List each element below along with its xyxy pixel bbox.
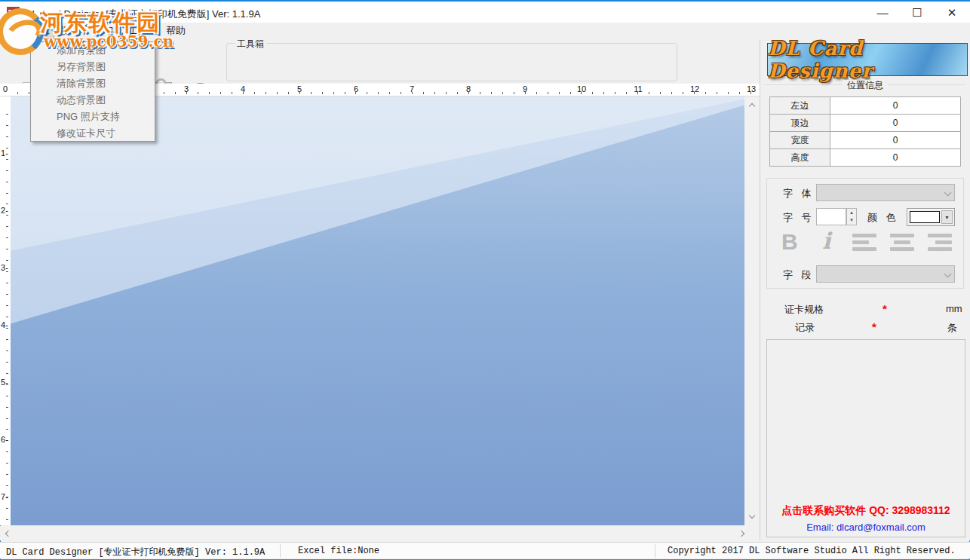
height-label: 高度 xyxy=(770,149,830,167)
vertical-ruler: 1 2 3 4 5 6 7 xyxy=(0,96,11,525)
ruler-number: 3 xyxy=(1,263,8,272)
ruler-number: 6 xyxy=(1,435,8,444)
ruler-number: 4 xyxy=(1,320,8,329)
app-logo-banner: DL Card Designer xyxy=(767,43,968,76)
table-row: 宽度 0 xyxy=(770,132,961,149)
contact-box: 点击联系购买软件 QQ: 3298983112 Email: dlcard@fo… xyxy=(766,339,965,537)
menu-item-modify-card-size[interactable]: 修改证卡尺寸 xyxy=(31,125,155,142)
table-row: 左边 0 xyxy=(770,97,961,115)
ruler-number: 5 xyxy=(1,378,8,387)
color-dropdown-button[interactable]: ▼ xyxy=(941,210,953,224)
card-spec-unit: mm xyxy=(946,303,962,314)
italic-button[interactable]: i xyxy=(822,228,830,254)
edit-menu-popup: 添加背景图 另存背景图 清除背景图 动态背景图 PNG 照片支持 修改证卡尺寸 xyxy=(30,41,155,142)
window-title: DL Card Designer [专业证卡打印机免费版] Ver: 1.1.9… xyxy=(25,8,260,21)
menu-item-save-background[interactable]: 另存背景图 xyxy=(31,59,155,75)
maximize-button[interactable]: ☐ xyxy=(900,2,935,24)
left-label: 左边 xyxy=(770,97,830,115)
card-spec-required: * xyxy=(883,302,887,315)
height-value: 0 xyxy=(830,149,961,167)
record-required: * xyxy=(872,320,876,333)
close-button[interactable]: ✕ xyxy=(935,2,969,24)
ruler-number: 4 xyxy=(241,84,245,93)
email-link[interactable]: Email: dlcard@foxmail.com xyxy=(767,522,965,533)
menu-database[interactable]: 数据库 xyxy=(54,23,93,39)
status-excel-file: Excel file:None xyxy=(298,546,379,556)
ruler-number: 12 xyxy=(690,84,699,93)
status-bar: DL Card Designer [专业证卡打印机免费版] Ver: 1.1.9… xyxy=(0,542,970,558)
top-value: 0 xyxy=(830,115,961,132)
ruler-number: 9 xyxy=(523,84,527,93)
menu-item-clear-background[interactable]: 清除背景图 xyxy=(31,75,155,92)
record-label: 记录 xyxy=(795,321,815,335)
title-bar: DL DL Card Designer [专业证卡打印机免费版] Ver: 1.… xyxy=(0,0,970,23)
chevron-down-icon xyxy=(944,189,952,197)
ruler-number: 2 xyxy=(1,206,8,215)
vertical-scrollbar[interactable] xyxy=(744,96,760,525)
font-family-label: 字 体 xyxy=(783,187,815,200)
width-value: 0 xyxy=(830,132,961,149)
ruler-number: 1 xyxy=(1,148,8,158)
position-table: 左边 0 顶边 0 宽度 0 高度 0 xyxy=(769,96,961,167)
buy-contact-link[interactable]: 点击联系购买软件 QQ: 3298983112 xyxy=(767,504,965,518)
scroll-right-arrow[interactable] xyxy=(739,530,747,537)
app-icon: DL xyxy=(7,7,20,20)
align-text-right-button[interactable] xyxy=(928,234,953,253)
ruler-number: 7 xyxy=(1,492,8,501)
properties-panel: DL Card Designer 位置信息 左边 0 顶边 0 宽度 0 高度 … xyxy=(760,39,970,540)
toolbox-group: 工具箱 xyxy=(226,43,677,81)
scroll-left-arrow[interactable] xyxy=(3,530,11,537)
ruler-number: 8 xyxy=(466,84,471,93)
scroll-down-arrow[interactable] xyxy=(748,513,756,521)
field-label: 字 段 xyxy=(783,268,815,282)
menu-item-dynamic-background[interactable]: 动态背景图 xyxy=(31,92,155,109)
ruler-number: 13 xyxy=(747,84,756,93)
table-row: 顶边 0 xyxy=(770,115,961,132)
font-size-stepper[interactable]: ▲▼ xyxy=(846,208,857,225)
menu-item-png-support[interactable]: PNG 照片支持 xyxy=(31,109,155,125)
align-text-left-button[interactable] xyxy=(852,234,878,253)
minimize-button[interactable]: — xyxy=(865,2,900,24)
app-window: DL DL Card Designer [专业证卡打印机免费版] Ver: 1.… xyxy=(0,0,970,560)
field-select[interactable] xyxy=(816,265,955,283)
menu-edit[interactable]: 编辑 xyxy=(26,23,54,39)
top-label: 顶边 xyxy=(770,115,830,132)
card-design-canvas[interactable] xyxy=(11,96,744,525)
scroll-up-arrow[interactable] xyxy=(748,101,756,109)
bold-button[interactable]: B xyxy=(781,229,798,255)
table-row: 高度 0 xyxy=(770,149,961,167)
logo-text: DL Card Designer xyxy=(768,37,967,82)
chevron-down-icon xyxy=(944,271,952,278)
font-size-input[interactable] xyxy=(816,208,846,225)
width-label: 宽度 xyxy=(770,132,830,149)
color-swatch xyxy=(910,211,940,223)
ruler-number: 10 xyxy=(577,84,586,93)
toolbox-title: 工具箱 xyxy=(235,38,266,50)
left-value: 0 xyxy=(830,97,961,115)
position-info-title: 位置信息 xyxy=(760,79,970,92)
ruler-number: 0 xyxy=(3,84,8,93)
menu-item-add-background[interactable]: 添加背景图 xyxy=(31,42,155,59)
card-spec-label: 证卡规格 xyxy=(784,303,824,317)
font-family-select[interactable] xyxy=(816,184,955,201)
menu-help[interactable]: 帮助 xyxy=(161,23,190,39)
ruler-number: 11 xyxy=(634,84,642,93)
ruler-number: 3 xyxy=(184,84,189,93)
status-copyright: Copyright 2017 DL Software Studio All Ri… xyxy=(668,546,956,556)
font-color-label: 颜 色 xyxy=(867,211,899,225)
status-app-version: DL Card Designer [专业证卡打印机免费版] Ver: 1.1.9… xyxy=(6,546,265,558)
align-text-center-button[interactable] xyxy=(890,234,916,253)
menu-printer[interactable]: 打印机 xyxy=(89,23,127,39)
font-size-label: 字 号 xyxy=(783,211,815,225)
font-color-picker[interactable]: ▼ xyxy=(907,208,955,226)
ruler-number: 7 xyxy=(410,84,414,93)
menu-tools[interactable]: 工具 xyxy=(124,23,152,39)
horizontal-scrollbar[interactable] xyxy=(0,526,760,540)
ruler-number: 5 xyxy=(297,84,302,93)
ruler-number: 6 xyxy=(354,84,358,93)
record-unit: 条 xyxy=(947,321,957,335)
